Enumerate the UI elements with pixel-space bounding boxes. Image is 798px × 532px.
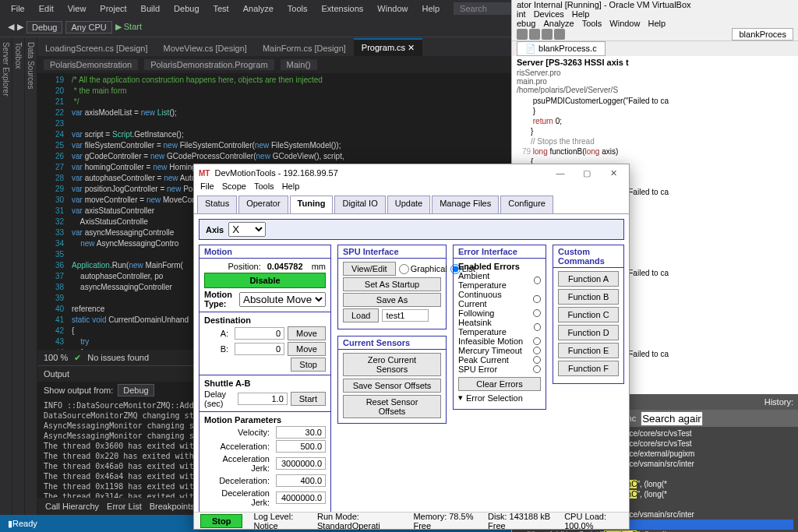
tool-icon[interactable]: [542, 29, 553, 40]
axis-select[interactable]: X: [228, 222, 266, 237]
graphical-radio[interactable]: Graphical: [399, 264, 447, 274]
tab-tuning[interactable]: Tuning: [290, 196, 334, 213]
menu-scope[interactable]: Scope: [222, 181, 246, 196]
close-button[interactable]: ✕: [602, 168, 624, 178]
error-selection[interactable]: Error Selection: [466, 393, 523, 403]
side-data-sources[interactable]: Data Sources: [25, 37, 37, 515]
error-item[interactable]: Heatsink Temperature: [458, 318, 541, 336]
tab-breakpoints[interactable]: Breakpoints: [150, 502, 195, 511]
position-unit: mm: [312, 262, 326, 271]
doc-tab-active[interactable]: Program.cs ✕: [354, 38, 422, 56]
tab-status[interactable]: Status: [197, 196, 237, 213]
error-item[interactable]: Ambient Temperature: [458, 271, 541, 290]
load-button[interactable]: Load: [343, 308, 379, 322]
tool-icon[interactable]: [517, 29, 528, 40]
param-input[interactable]: 3000000.0: [276, 457, 326, 470]
menu-edit[interactable]: Edit: [33, 2, 60, 15]
menu-file[interactable]: File: [200, 181, 214, 196]
dest-b-input[interactable]: 0: [235, 343, 284, 355]
dest-a-input[interactable]: 0: [235, 327, 284, 340]
param-input[interactable]: 500.0: [276, 440, 326, 453]
menu-file[interactable]: File: [5, 2, 31, 15]
doc-tab[interactable]: LoadingScreen.cs [Design]: [37, 41, 155, 56]
vbx-app-menu[interactable]: ebugAnalyzeToolsWindowHelp: [512, 19, 798, 28]
error-item[interactable]: Peak Current: [458, 355, 541, 365]
error-item[interactable]: Continuous Current: [458, 290, 541, 308]
menu-tools[interactable]: Tools: [281, 2, 314, 15]
back-icon[interactable]: ◀: [8, 22, 14, 32]
param-input[interactable]: 4000000.0: [276, 491, 326, 504]
menu-tools[interactable]: Tools: [254, 181, 274, 196]
error-title: Error Interface: [454, 245, 546, 259]
move-b-button[interactable]: Move: [288, 342, 326, 356]
crumb-method[interactable]: Main(): [281, 59, 317, 70]
doc-tab[interactable]: MainForm.cs [Design]: [255, 41, 354, 56]
menu-view[interactable]: View: [62, 2, 93, 15]
start-button[interactable]: Start: [291, 392, 326, 406]
maximize-button[interactable]: ▢: [576, 168, 598, 178]
chevron-down-icon[interactable]: ▾: [458, 393, 463, 403]
motion-type-select[interactable]: Absolute Move: [239, 292, 326, 307]
clear-errors-button[interactable]: Clear Errors: [458, 377, 541, 391]
menu-extensions[interactable]: Extensions: [316, 2, 370, 15]
menu-analyze[interactable]: Analyze: [237, 2, 280, 15]
tab-update[interactable]: Update: [387, 196, 430, 213]
file-tab[interactable]: 📄 blankProcess.c: [517, 41, 606, 56]
output-from-combo[interactable]: Debug: [118, 384, 154, 396]
menu-build[interactable]: Build: [135, 2, 166, 15]
run-button[interactable]: ▶ Start: [115, 22, 142, 32]
search-again-input[interactable]: [641, 411, 703, 426]
menu-help[interactable]: Help: [415, 2, 446, 15]
menu-test[interactable]: Test: [207, 2, 235, 15]
tab-manage-files[interactable]: Manage Files: [432, 196, 499, 213]
minimize-button[interactable]: —: [549, 168, 571, 178]
error-item[interactable]: Following: [458, 308, 541, 318]
side-toolbox[interactable]: Toolbox: [12, 37, 25, 515]
menu-window[interactable]: Window: [371, 2, 414, 15]
disable-button[interactable]: Disable: [204, 273, 326, 288]
load-input[interactable]: test1: [382, 309, 429, 322]
stop-button[interactable]: Stop: [291, 358, 326, 372]
crumb-class[interactable]: PolarisDemonstration.Program: [144, 59, 274, 70]
delay-input[interactable]: 1.0: [238, 393, 288, 405]
vbx-toolbar[interactable]: blankProces: [512, 28, 798, 41]
crumb-project[interactable]: PolarisDemonstration: [44, 59, 138, 70]
command-button[interactable]: Function F: [558, 361, 619, 376]
view-edit-button[interactable]: View/Edit: [343, 262, 396, 276]
close-icon[interactable]: ✕: [408, 43, 415, 52]
command-button[interactable]: Function D: [558, 325, 619, 340]
tool-icon[interactable]: [554, 29, 565, 40]
file-tab2[interactable]: blankProces: [732, 28, 793, 41]
command-button[interactable]: Function C: [558, 307, 619, 322]
tab-call-hierarchy[interactable]: Call Hierarchy: [45, 502, 99, 511]
menu-project[interactable]: Project: [94, 2, 132, 15]
fwd-icon[interactable]: ▶: [17, 22, 23, 32]
param-input[interactable]: 400.0: [276, 474, 326, 487]
tab-error-list[interactable]: Error List: [107, 502, 142, 511]
tool-icon[interactable]: [529, 29, 540, 40]
save-as-button[interactable]: Save As: [343, 293, 441, 307]
save-offsets-button[interactable]: Save Sensor Offsets: [343, 379, 441, 393]
reset-offsets-button[interactable]: Reset Sensor Offsets: [343, 395, 441, 418]
platform-combo[interactable]: Any CPU: [65, 21, 111, 33]
tab-digitalio[interactable]: Digital IO: [334, 196, 385, 213]
param-input[interactable]: 30.0: [276, 426, 326, 439]
zero-sensors-button[interactable]: Zero Current Sensors: [343, 353, 441, 376]
side-server-explorer[interactable]: Server Explorer: [0, 37, 12, 515]
tab-operator[interactable]: Operator: [238, 196, 288, 213]
error-item[interactable]: SPU Error: [458, 365, 541, 374]
doc-tab[interactable]: MoveView.cs [Design]: [155, 41, 254, 56]
stop-button[interactable]: Stop: [200, 514, 242, 528]
vbx-host-menu[interactable]: intDevicesHelp: [512, 9, 798, 19]
tab-configure[interactable]: Configure: [500, 196, 553, 213]
command-button[interactable]: Function B: [558, 289, 619, 305]
set-startup-button[interactable]: Set As Startup: [343, 277, 441, 291]
config-combo[interactable]: Debug: [26, 21, 62, 33]
move-a-button[interactable]: Move: [288, 326, 326, 340]
error-item[interactable]: Mercury Timeout: [458, 346, 541, 355]
menu-help[interactable]: Help: [282, 181, 300, 196]
error-item[interactable]: Infeasible Motion: [458, 336, 541, 346]
command-button[interactable]: Function A: [558, 271, 619, 287]
menu-debug[interactable]: Debug: [168, 2, 205, 15]
command-button[interactable]: Function E: [558, 343, 619, 358]
